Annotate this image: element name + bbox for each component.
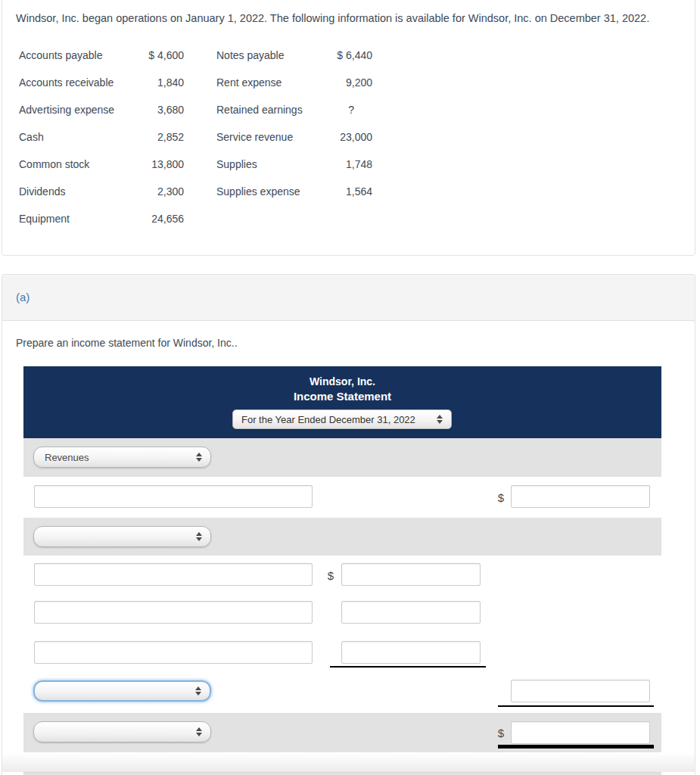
- amount-input-mid-1[interactable]: [341, 563, 481, 586]
- period-select-value: For the Year Ended December 31, 2022: [241, 414, 415, 425]
- statement-title: Income Statement: [23, 390, 661, 403]
- detail-row: $: [23, 556, 661, 595]
- classification-row-revenues: Revenues: [23, 438, 661, 477]
- income-statement-form: Windsor, Inc. Income Statement For the Y…: [23, 366, 661, 752]
- dollar-sign: $: [325, 569, 337, 582]
- amount-input-right-3[interactable]: [511, 721, 650, 744]
- classification-row-2: [23, 518, 661, 556]
- next-row-edge: [23, 772, 661, 775]
- account-value: 2,852: [93, 131, 184, 143]
- problem-card: Windsor, Inc. began operations on Januar…: [2, 0, 695, 256]
- detail-row: [23, 634, 661, 674]
- section-a-header: (a): [2, 275, 695, 321]
- section-a-card: (a) Prepare an income statement for Wind…: [2, 274, 695, 775]
- account-label: Dividends: [19, 185, 65, 198]
- account-table-row: Dividends 2,300 Supplies expense 1,564: [2, 185, 695, 201]
- detail-row: [23, 595, 661, 634]
- account-label: Cash: [19, 131, 44, 143]
- double-rule: [498, 745, 654, 749]
- total-row: $: [23, 713, 661, 752]
- account-value: $ 6,440: [305, 49, 372, 61]
- account-label: Service revenue: [216, 131, 293, 143]
- account-label: Common stock: [19, 158, 89, 170]
- section-label: (a): [16, 291, 30, 303]
- account-value: 1,564: [305, 185, 372, 198]
- statement-header: Windsor, Inc. Income Statement For the Y…: [23, 366, 661, 438]
- account-value: $ 4,600: [93, 49, 184, 61]
- amount-input-right-1[interactable]: [511, 485, 650, 508]
- account-value: 13,800: [93, 158, 184, 170]
- dollar-sign: $: [495, 727, 507, 739]
- account-table-row: Equipment 24,656: [2, 213, 695, 228]
- page: Windsor, Inc. began operations on Januar…: [0, 0, 700, 775]
- account-label: Retained earnings: [216, 104, 303, 116]
- account-table-row: Accounts receivable 1,840 Rent expense 9…: [2, 76, 695, 92]
- select-arrows-icon: [437, 415, 443, 424]
- account-table-row: Common stock 13,800 Supplies 1,748: [2, 158, 695, 173]
- account-table-row: Accounts payable $ 4,600 Notes payable $…: [2, 49, 695, 64]
- single-rule: [498, 705, 654, 707]
- account-value: 23,000: [305, 131, 372, 143]
- classification-select-value: Revenues: [45, 452, 89, 463]
- account-value: 1,748: [305, 158, 372, 170]
- amount-input-mid-3[interactable]: [341, 641, 481, 664]
- select-arrows-icon: [196, 532, 202, 541]
- account-value: ?: [305, 104, 372, 116]
- account-title-input-1[interactable]: [34, 485, 313, 508]
- single-rule: [330, 666, 486, 668]
- select-arrows-icon: [195, 686, 201, 696]
- amount-input-mid-2[interactable]: [341, 601, 481, 624]
- dollar-sign: $: [495, 491, 507, 504]
- total-select[interactable]: [33, 721, 211, 742]
- account-value: 3,680: [93, 104, 184, 116]
- account-label: Rent expense: [216, 76, 282, 89]
- detail-row: $: [23, 477, 661, 518]
- account-value: 1,840: [93, 76, 184, 89]
- account-title-input-3[interactable]: [34, 601, 313, 624]
- account-label: Supplies expense: [216, 185, 300, 198]
- statement-company: Windsor, Inc.: [23, 366, 661, 388]
- account-value: 9,200: [305, 76, 372, 89]
- instruction-text: Prepare an income statement for Windsor,…: [16, 337, 238, 349]
- account-table-row: Cash 2,852 Service revenue 23,000: [2, 131, 695, 146]
- card-bottom-gradient: [2, 752, 695, 772]
- account-label: Notes payable: [216, 49, 285, 61]
- select-arrows-icon: [196, 453, 202, 462]
- period-select[interactable]: For the Year Ended December 31, 2022: [232, 409, 452, 429]
- account-title-input-4[interactable]: [34, 641, 313, 664]
- account-label: Supplies: [216, 158, 257, 170]
- account-title-input-2[interactable]: [34, 563, 313, 586]
- problem-intro: Windsor, Inc. began operations on Januar…: [16, 12, 649, 24]
- account-label: Equipment: [19, 213, 70, 225]
- account-value: 2,300: [93, 185, 184, 198]
- account-table-row: Advertising expense 3,680 Retained earni…: [2, 104, 695, 119]
- account-value: 24,656: [93, 213, 184, 225]
- amount-input-right-2[interactable]: [511, 680, 650, 702]
- account-label: Accounts payable: [19, 49, 103, 61]
- classification-select-2[interactable]: [33, 526, 211, 547]
- subtotal-select[interactable]: [33, 680, 211, 702]
- select-arrows-icon: [196, 727, 202, 736]
- classification-select-revenues[interactable]: Revenues: [33, 447, 211, 468]
- subtotal-row: [23, 674, 661, 713]
